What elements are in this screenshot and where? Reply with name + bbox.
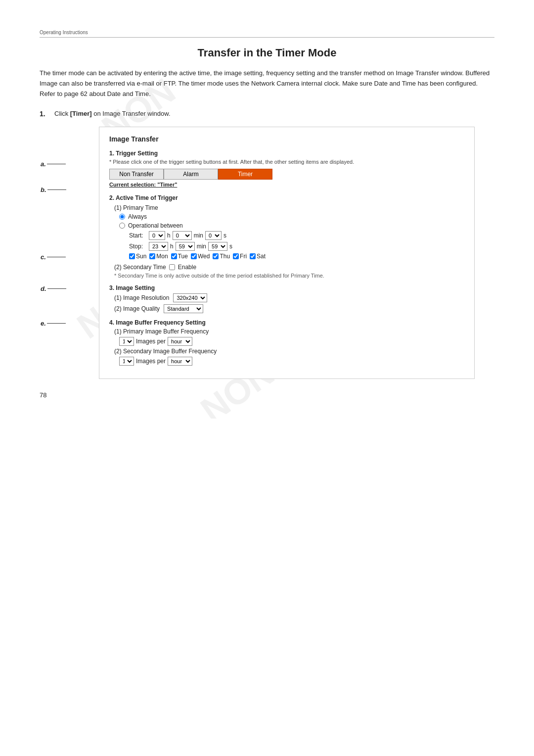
resolution-row: (1) Image Resolution 320x240 640x480: [114, 293, 464, 302]
freq-label: 4. Image Buffer Frequency Setting: [109, 319, 464, 326]
label-thu: Thu: [220, 253, 230, 260]
secondary-time-label: (2) Secondary Time: [114, 264, 166, 271]
label-sun: Sun: [136, 253, 146, 260]
label-mon: Mon: [156, 253, 168, 260]
label-tue: Tue: [178, 253, 188, 260]
h-label-start: h: [167, 232, 171, 239]
start-label: Start:: [129, 232, 147, 239]
resolution-select[interactable]: 320x240 640x480: [173, 293, 207, 302]
trigger-label: 1. Trigger Setting: [109, 150, 464, 157]
radio-always-row: Always: [119, 213, 464, 220]
day-mon: Mon: [149, 253, 168, 260]
section-trigger: 1. Trigger Setting * Please click one of…: [109, 150, 464, 188]
start-sec-select[interactable]: 0: [205, 231, 222, 240]
day-sun: Sun: [129, 253, 146, 260]
radio-operational-label: Operational between: [128, 222, 183, 229]
step-1: 1. Click [Timer] on Image Transfer windo…: [40, 110, 494, 118]
trigger-btn-alarm[interactable]: Alarm: [164, 169, 218, 180]
secondary-time-row: (2) Secondary Time Enable: [114, 264, 464, 271]
side-label-c: c.: [41, 253, 66, 261]
label-fri: Fri: [240, 253, 247, 260]
secondary-enable-checkbox[interactable]: [169, 264, 175, 270]
radio-operational-row: Operational between: [119, 222, 464, 229]
secondary-freq-unit-select[interactable]: hour minute: [168, 357, 192, 366]
secondary-freq-per: Images per: [136, 358, 166, 365]
image-setting-label: 3. Image Setting: [109, 284, 464, 291]
checkbox-thu[interactable]: [213, 253, 219, 259]
section-active-time: 2. Active Time of Trigger (1) Primary Ti…: [109, 194, 464, 279]
days-row: Sun Mon Tue Wed: [129, 253, 464, 260]
s-label-start: s: [223, 232, 226, 239]
section-freq: 4. Image Buffer Frequency Setting (1) Pr…: [109, 319, 464, 366]
secondary-freq-label: (2) Secondary Image Buffer Frequency: [114, 348, 464, 355]
trigger-btn-non-transfer[interactable]: Non Transfer: [109, 169, 164, 180]
s-label-stop: s: [229, 243, 232, 250]
side-label-b: b.: [41, 186, 66, 193]
stop-hour-select[interactable]: 23: [149, 242, 168, 251]
quality-label: (2) Image Quality: [114, 305, 160, 312]
trigger-buttons: Non Transfer Alarm Timer: [109, 169, 464, 180]
checkbox-fri[interactable]: [233, 253, 239, 259]
top-rule: [40, 37, 494, 38]
radio-operational[interactable]: [119, 223, 125, 229]
step-1-number: 1.: [40, 110, 54, 118]
image-transfer-box: Image Transfer 1. Trigger Setting * Plea…: [99, 127, 475, 379]
primary-freq-label: (1) Primary Image Buffer Frequency: [114, 328, 464, 335]
quality-select[interactable]: Standard High: [164, 304, 203, 313]
checkbox-sat[interactable]: [250, 253, 256, 259]
secondary-freq-num-select[interactable]: 1: [119, 357, 134, 366]
side-label-d: d.: [41, 285, 66, 292]
checkbox-sun[interactable]: [129, 253, 135, 259]
quality-row: (2) Image Quality Standard High: [114, 304, 464, 313]
min-label-stop: min: [197, 243, 206, 250]
current-selection: Current selection: "Timer": [109, 182, 464, 188]
min-label-start: min: [194, 232, 203, 239]
stop-sec-select[interactable]: 59: [208, 242, 227, 251]
day-thu: Thu: [213, 253, 230, 260]
stop-min-select[interactable]: 59: [176, 242, 195, 251]
label-wed: Wed: [198, 253, 210, 260]
primary-freq-per: Images per: [136, 338, 166, 345]
primary-freq-unit-select[interactable]: hour minute: [168, 337, 192, 346]
page-title: Transfer in the Timer Mode: [40, 47, 494, 59]
side-label-a: a.: [41, 160, 66, 168]
label-sat: Sat: [257, 253, 266, 260]
page-number: 78: [40, 391, 46, 399]
day-tue: Tue: [171, 253, 188, 260]
secondary-freq-row: 1 Images per hour minute: [119, 357, 464, 366]
primary-freq-num-select[interactable]: 1: [119, 337, 134, 346]
start-time-row: Start: 012 h 030 min 0 s: [129, 231, 464, 240]
start-min-select[interactable]: 030: [173, 231, 192, 240]
active-time-label: 2. Active Time of Trigger: [109, 194, 464, 201]
stop-label: Stop:: [129, 243, 147, 250]
day-sat: Sat: [250, 253, 266, 260]
h-label-stop: h: [170, 243, 174, 250]
radio-always[interactable]: [119, 214, 125, 220]
side-label-e: e.: [41, 320, 66, 327]
image-transfer-title: Image Transfer: [109, 135, 464, 143]
primary-freq-row: 1 Images per hour minute: [119, 337, 464, 346]
stop-time-row: Stop: 23 h 59 min 59 s: [129, 242, 464, 251]
step-1-text: Click [Timer] on Image Transfer window.: [54, 110, 171, 117]
checkbox-mon[interactable]: [149, 253, 155, 259]
section-image-setting: 3. Image Setting (1) Image Resolution 32…: [109, 284, 464, 313]
radio-always-label: Always: [128, 213, 147, 220]
secondary-enable-label: Enable: [178, 264, 196, 271]
intro-text: The timer mode can be activated by enter…: [40, 68, 494, 99]
day-wed: Wed: [191, 253, 210, 260]
resolution-label: (1) Image Resolution: [114, 294, 169, 301]
page-header: Operating Instructions: [40, 30, 494, 35]
checkbox-tue[interactable]: [171, 253, 177, 259]
start-hour-select[interactable]: 012: [149, 231, 165, 240]
trigger-hint: * Please click one of the trigger settin…: [109, 159, 464, 165]
checkbox-wed[interactable]: [191, 253, 197, 259]
trigger-btn-timer[interactable]: Timer: [218, 169, 272, 180]
day-fri: Fri: [233, 253, 247, 260]
primary-time-label: (1) Primary Time: [114, 204, 464, 211]
secondary-note: * Secondary Time is only active outside …: [114, 273, 464, 279]
